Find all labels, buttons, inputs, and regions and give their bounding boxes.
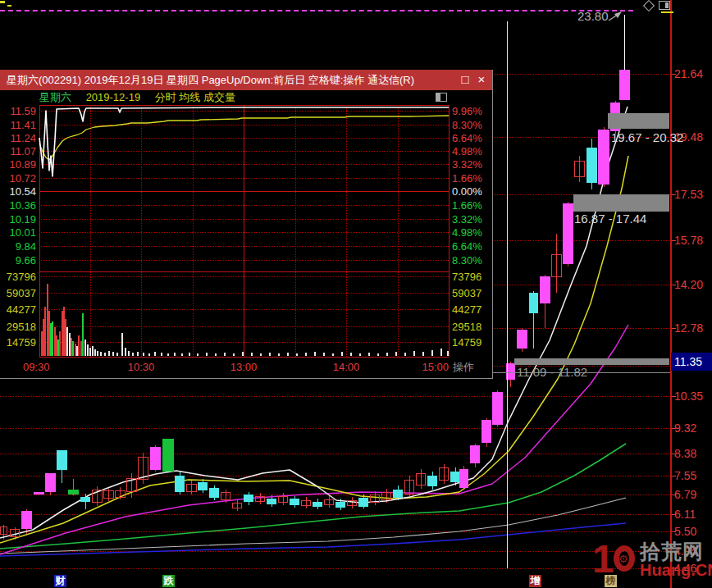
volume-bar xyxy=(181,353,183,356)
candle xyxy=(347,500,357,506)
time-gridline xyxy=(193,105,194,357)
candle xyxy=(301,500,311,506)
gear-icon: ⚙ xyxy=(614,545,635,572)
candle xyxy=(586,148,597,183)
volume-bar xyxy=(332,353,334,356)
candle xyxy=(598,130,609,185)
time-gridline xyxy=(141,105,142,357)
candle xyxy=(162,439,174,472)
minute-price-label: 9.84 xyxy=(0,241,36,252)
minute-gridline xyxy=(39,178,449,179)
volume-bar xyxy=(440,349,442,356)
candle xyxy=(150,447,161,470)
action-label[interactable]: 操作 xyxy=(453,362,474,372)
candle xyxy=(92,490,103,503)
volume-scale-label: 59037 xyxy=(0,288,36,299)
candle xyxy=(209,488,219,498)
price-gridline xyxy=(0,551,670,552)
candle xyxy=(313,502,322,507)
candle xyxy=(57,450,67,470)
minute-price-label: 10.19 xyxy=(0,214,36,225)
price-axis-label: 8.38 xyxy=(674,448,696,459)
candle xyxy=(232,503,242,508)
volume-bar xyxy=(447,351,449,356)
minute-percent-label: 4.98% xyxy=(452,146,482,157)
minute-gridline xyxy=(39,219,449,220)
price-gridline xyxy=(0,454,670,454)
candle xyxy=(267,499,276,504)
price-axis-label: 6.79 xyxy=(674,489,696,500)
candle xyxy=(324,499,334,505)
time-gridline xyxy=(346,105,347,357)
event-marker[interactable]: 财 xyxy=(54,575,66,587)
pane-border-vertical xyxy=(244,105,244,357)
volume-scale-label: 29518 xyxy=(452,321,482,332)
candle xyxy=(619,70,630,100)
watermark: 1 ⚙ 拾荒网 Huang.CN xyxy=(592,538,712,588)
price-gridline xyxy=(0,428,670,429)
candle xyxy=(551,254,562,277)
intraday-popup-window[interactable]: 星期六(002291) 2019年12月19日 星期四 PageUp/Down:… xyxy=(0,70,493,379)
candle xyxy=(574,161,585,177)
minute-percent-label: 8.30% xyxy=(452,120,482,130)
volume-scale-label: 73796 xyxy=(0,271,36,282)
volume-bar xyxy=(154,352,156,356)
minute-gridline xyxy=(39,138,449,139)
minute-price-label: 9.66 xyxy=(0,255,36,266)
volume-bar xyxy=(224,353,226,356)
high-price-label: 23.80 xyxy=(577,9,609,23)
candle xyxy=(290,499,299,505)
candle xyxy=(540,276,550,303)
volume-bar xyxy=(44,307,46,356)
volume-bar xyxy=(395,352,397,356)
minute-price-label: 10.01 xyxy=(0,227,36,238)
candle xyxy=(80,497,90,502)
volume-bar xyxy=(251,353,253,356)
volume-bar xyxy=(72,341,74,356)
price-axis-label: 21.64 xyxy=(674,68,703,80)
volume-bar xyxy=(206,353,208,356)
high-price-annotation: 23.80 xyxy=(577,10,609,22)
intraday-chart-area[interactable]: 11.599.96%11.418.30%11.246.64%11.074.98%… xyxy=(0,70,493,379)
volume-bar xyxy=(404,353,406,356)
minute-gridline xyxy=(39,111,449,112)
time-axis-label: 15:00 xyxy=(413,362,449,372)
price-gridline xyxy=(0,514,670,515)
candle xyxy=(175,476,185,492)
volume-bar xyxy=(161,353,162,356)
event-marker[interactable]: 跌 xyxy=(162,575,175,587)
minute-gridline xyxy=(39,246,449,247)
volume-bar xyxy=(59,331,61,356)
volume-bar xyxy=(413,351,415,356)
event-marker[interactable]: 增 xyxy=(529,575,541,587)
volume-bar xyxy=(269,353,271,356)
minute-price-label: 11.41 xyxy=(0,120,36,130)
upper-trendline xyxy=(0,10,633,11)
price-axis-label: 17.53 xyxy=(674,189,703,200)
gap-band xyxy=(573,194,669,212)
volume-bar xyxy=(287,353,289,356)
candle xyxy=(255,496,265,502)
volume-bar xyxy=(323,353,325,356)
time-axis-label: 09:30 xyxy=(23,362,59,372)
volume-scale-label: 44277 xyxy=(452,304,482,315)
minute-gridline xyxy=(39,164,449,165)
volume-bar xyxy=(189,353,190,356)
volume-bar xyxy=(97,351,98,356)
time-gridline xyxy=(90,105,91,357)
minute-percent-label: 6.64% xyxy=(452,241,482,252)
volume-bar xyxy=(82,313,84,356)
candle xyxy=(470,445,480,463)
minute-price-label: 10.89 xyxy=(0,159,36,170)
volume-bar xyxy=(359,353,361,356)
candle xyxy=(358,498,368,507)
window-split-icon[interactable] xyxy=(659,1,670,10)
price-axis-label: 6.11 xyxy=(674,508,696,520)
gap-band-label: 11.09 - 11.82 xyxy=(517,366,587,378)
volume-gridline xyxy=(39,326,449,327)
volume-bar xyxy=(431,350,433,356)
candle xyxy=(416,473,426,485)
gap-band-label: 16.87 - 17.44 xyxy=(574,212,646,225)
candle xyxy=(370,495,380,503)
candle xyxy=(459,469,468,488)
